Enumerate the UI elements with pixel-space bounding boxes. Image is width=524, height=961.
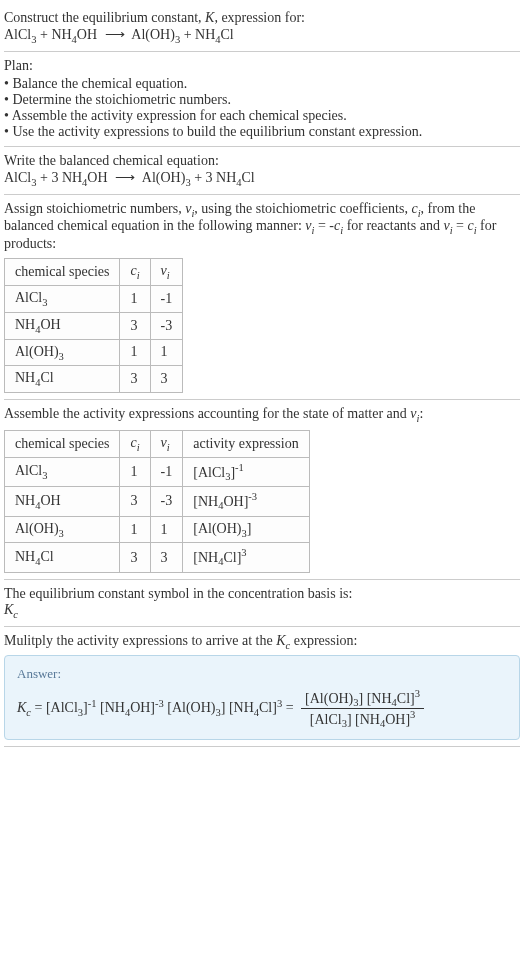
kc-fraction: [Al(OH)3] [NH4Cl]3 [AlCl3] [NH4OH]3 [301, 688, 424, 730]
cell-c: 3 [120, 487, 150, 516]
plan-list: Balance the chemical equation. Determine… [4, 76, 520, 140]
cell-v: -3 [150, 487, 183, 516]
col-vi: νi [150, 430, 183, 457]
col-vi: νi [150, 259, 183, 286]
plan-item: Balance the chemical equation. [4, 76, 520, 92]
kc-numerator: [Al(OH)3] [NH4Cl]3 [301, 688, 424, 709]
activity-table: chemical species ci νi activity expressi… [4, 430, 310, 573]
cell-v: 3 [150, 366, 183, 393]
cell-v: 3 [150, 543, 183, 572]
cell-species: NH4OH [5, 312, 120, 339]
cell-c: 1 [120, 457, 150, 486]
cell-v: 1 [150, 516, 183, 543]
kc-expression: Kc = [AlCl3]-1 [NH4OH]-3 [Al(OH)3] [NH4C… [17, 688, 507, 730]
activity-section: Assemble the activity expressions accoun… [4, 400, 520, 580]
cell-species: NH4Cl [5, 543, 120, 572]
cell-expr: [NH4Cl]3 [183, 543, 309, 572]
plan-item: Determine the stoichiometric numbers. [4, 92, 520, 108]
table-header-row: chemical species ci νi activity expressi… [5, 430, 310, 457]
table-row: Al(OH)311 [5, 339, 183, 366]
stoich-table: chemical species ci νi AlCl31-1 NH4OH3-3… [4, 258, 183, 393]
col-ci: ci [120, 259, 150, 286]
answer-label: Answer: [17, 666, 507, 682]
col-ci: ci [120, 430, 150, 457]
unbalanced-equation: AlCl3 + NH4OH ⟶ Al(OH)3 + NH4Cl [4, 26, 520, 45]
eqsymbol-section: The equilibrium constant symbol in the c… [4, 580, 520, 627]
col-species: chemical species [5, 430, 120, 457]
plan-item: Assemble the activity expression for eac… [4, 108, 520, 124]
cell-v: -1 [150, 457, 183, 486]
cell-c: 1 [120, 285, 150, 312]
cell-expr: [Al(OH)3] [183, 516, 309, 543]
stoich-intro: Assign stoichiometric numbers, νi, using… [4, 201, 520, 253]
balanced-intro: Write the balanced chemical equation: [4, 153, 520, 169]
cell-v: 1 [150, 339, 183, 366]
table-row: NH4OH3-3[NH4OH]-3 [5, 487, 310, 516]
plan-item: Use the activity expressions to build th… [4, 124, 520, 140]
balanced-equation: AlCl3 + 3 NH4OH ⟶ Al(OH)3 + 3 NH4Cl [4, 169, 520, 188]
cell-c: 3 [120, 366, 150, 393]
activity-intro: Assemble the activity expressions accoun… [4, 406, 520, 424]
cell-species: AlCl3 [5, 285, 120, 312]
plan-title: Plan: [4, 58, 520, 74]
header-line1: Construct the equilibrium constant, K, e… [4, 10, 520, 26]
plan-section: Plan: Balance the chemical equation. Det… [4, 52, 520, 147]
cell-species: NH4Cl [5, 366, 120, 393]
kc-denominator: [AlCl3] [NH4OH]3 [301, 709, 424, 729]
cell-c: 3 [120, 312, 150, 339]
table-row: NH4Cl33[NH4Cl]3 [5, 543, 310, 572]
cell-species: Al(OH)3 [5, 339, 120, 366]
cell-expr: [AlCl3]-1 [183, 457, 309, 486]
col-species: chemical species [5, 259, 120, 286]
table-header-row: chemical species ci νi [5, 259, 183, 286]
col-expr: activity expression [183, 430, 309, 457]
cell-species: Al(OH)3 [5, 516, 120, 543]
answer-box: Answer: Kc = [AlCl3]-1 [NH4OH]-3 [Al(OH)… [4, 655, 520, 741]
table-row: NH4OH3-3 [5, 312, 183, 339]
cell-v: -3 [150, 312, 183, 339]
cell-c: 1 [120, 516, 150, 543]
problem-header: Construct the equilibrium constant, K, e… [4, 4, 520, 52]
table-row: AlCl31-1 [5, 285, 183, 312]
table-row: Al(OH)311[Al(OH)3] [5, 516, 310, 543]
cell-c: 3 [120, 543, 150, 572]
cell-species: NH4OH [5, 487, 120, 516]
cell-v: -1 [150, 285, 183, 312]
multiply-section: Mulitply the activity expressions to arr… [4, 627, 520, 748]
cell-c: 1 [120, 339, 150, 366]
table-row: NH4Cl33 [5, 366, 183, 393]
eqsymbol-intro: The equilibrium constant symbol in the c… [4, 586, 520, 602]
eqsymbol: Kc [4, 602, 520, 620]
stoich-section: Assign stoichiometric numbers, νi, using… [4, 195, 520, 401]
cell-species: AlCl3 [5, 457, 120, 486]
cell-expr: [NH4OH]-3 [183, 487, 309, 516]
balanced-section: Write the balanced chemical equation: Al… [4, 147, 520, 195]
multiply-intro: Mulitply the activity expressions to arr… [4, 633, 520, 651]
table-row: AlCl31-1[AlCl3]-1 [5, 457, 310, 486]
